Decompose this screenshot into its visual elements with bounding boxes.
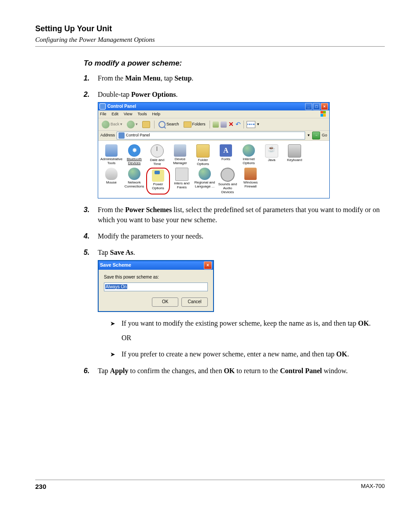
menu-tools[interactable]: Tools <box>137 111 147 117</box>
power-options-icon <box>152 169 164 182</box>
menu-help[interactable]: Help <box>152 111 160 117</box>
bullet-modify: ➤If you want to modify the existing powe… <box>110 318 385 343</box>
cp-item-power-options[interactable]: Power Options <box>146 168 170 194</box>
minimize-button[interactable]: _ <box>305 103 312 110</box>
forward-button[interactable]: ▾ <box>125 120 139 129</box>
views-button[interactable] <box>247 121 255 128</box>
back-button[interactable]: Back ▾ <box>100 120 124 129</box>
clock-icon <box>151 144 164 158</box>
titlebar[interactable]: Control Panel _ □ × <box>98 103 329 110</box>
folders-icon <box>184 121 192 128</box>
network-icon <box>128 168 140 180</box>
save-scheme-dialog: Save Scheme × Save this power scheme as:… <box>98 260 214 312</box>
step-5: 5.Tap Save As. Save Scheme × Save this p… <box>84 247 385 359</box>
or-text: OR <box>122 333 385 343</box>
ok-button[interactable]: OK <box>152 297 178 307</box>
cp-item-keyboard[interactable]: Keyboard <box>284 144 306 166</box>
folder-up-icon <box>142 121 150 128</box>
copy-to-icon[interactable] <box>221 121 227 128</box>
mouse-icon <box>105 168 118 180</box>
maximize-button[interactable]: □ <box>313 103 320 110</box>
cp-item-sounds[interactable]: Sounds and Audio Devices <box>217 168 239 194</box>
bullet-create: ➤If you prefer to create a new power sch… <box>110 349 385 359</box>
up-button[interactable] <box>141 121 151 128</box>
cp-item-firewall[interactable]: Windows Firewall <box>239 168 262 194</box>
cp-item-regional[interactable]: Regional and Language ... <box>194 168 216 194</box>
menu-view[interactable]: View <box>124 111 132 117</box>
java-icon <box>265 144 278 158</box>
page-footer: 230 MAX-700 <box>35 477 385 490</box>
step-number: 6. <box>84 366 89 376</box>
instruction-title: To modify a power scheme: <box>84 59 385 68</box>
go-button[interactable]: → <box>312 132 320 139</box>
control-panel-icon <box>118 132 125 139</box>
go-label: Go <box>322 132 327 138</box>
delete-icon[interactable]: ✕ <box>228 120 234 128</box>
window-title: Control Panel <box>107 103 305 110</box>
model-number: MAX-700 <box>361 483 385 490</box>
step-3: 3.From the Power Schemes list, select th… <box>84 205 385 225</box>
regional-icon <box>199 168 211 180</box>
control-panel-body: Administrative Tools ⁕Bluetooth Devices … <box>98 141 329 198</box>
dialog-titlebar[interactable]: Save Scheme × <box>99 261 213 270</box>
menu-file[interactable]: File <box>100 111 107 117</box>
step-2: 2.Double-tap Power Options. Control Pane… <box>84 89 385 198</box>
chapter-subtitle: Configuring the Power Management Options <box>35 36 385 44</box>
printer-icon <box>175 168 188 181</box>
cp-item-fonts[interactable]: AFonts <box>215 144 237 166</box>
step-4: 4.Modify the parameters to your needs. <box>84 231 385 241</box>
page-number: 230 <box>35 483 46 490</box>
step-number: 4. <box>84 231 89 241</box>
menu-edit[interactable]: Edit <box>112 111 119 117</box>
step-number: 2. <box>84 89 89 99</box>
cp-item-date-time[interactable]: Date and Time <box>146 144 168 166</box>
arrow-icon: ➤ <box>110 350 115 359</box>
address-bar: Address Control Panel ▼ → Go <box>98 131 329 141</box>
toolbar: Back ▾ ▾ Search Folders ✕ ↶ ▾ <box>98 118 329 130</box>
search-button[interactable]: Search <box>157 121 181 128</box>
dialog-label: Save this power scheme as: <box>104 274 208 281</box>
cp-item-network[interactable]: Network Connections <box>123 168 145 194</box>
step-1: 1.From the Main Menu, tap Setup. <box>84 73 385 83</box>
search-icon <box>158 121 166 128</box>
step-number: 1. <box>84 73 89 83</box>
globe-icon <box>243 144 255 157</box>
menubar: File Edit View Tools Help <box>98 110 329 118</box>
cp-item-device-manager[interactable]: Device Manager <box>169 144 191 166</box>
page-header: Setting Up Your Unit Configuring the Pow… <box>35 24 385 47</box>
cp-item-printers[interactable]: inters and Faxes <box>171 168 193 194</box>
back-icon <box>102 121 110 128</box>
cp-item-bluetooth[interactable]: ⁕Bluetooth Devices <box>123 144 145 166</box>
move-to-icon[interactable] <box>213 121 219 128</box>
control-panel-window: Control Panel _ □ × File Edit View Tools… <box>98 102 330 198</box>
step-6: 6.Tap Apply to confirm the changes, and … <box>84 366 385 376</box>
keyboard-icon <box>288 144 301 158</box>
cp-item-mouse[interactable]: Mouse <box>100 168 122 194</box>
cp-item-java[interactable]: Java <box>261 144 283 166</box>
undo-icon[interactable]: ↶ <box>236 120 241 128</box>
cancel-button[interactable]: Cancel <box>181 297 208 307</box>
cp-item-admin-tools[interactable]: Administrative Tools <box>100 144 122 166</box>
cp-item-internet-options[interactable]: Internet Options <box>238 144 260 166</box>
step-number: 3. <box>84 205 89 215</box>
header-rule <box>35 46 385 47</box>
admin-tools-icon <box>105 144 118 157</box>
speaker-icon <box>221 168 235 182</box>
cp-item-folder-options[interactable]: Folder Options <box>192 144 214 166</box>
bluetooth-icon: ⁕ <box>128 144 140 157</box>
address-label: Address <box>100 132 115 138</box>
address-input[interactable]: Control Panel <box>117 132 305 139</box>
scheme-name-input[interactable]: Always On <box>104 283 208 292</box>
dialog-title: Save Scheme <box>100 262 204 269</box>
chapter-title: Setting Up Your Unit <box>35 24 385 33</box>
device-manager-icon <box>174 144 186 157</box>
dialog-close-button[interactable]: × <box>204 261 212 269</box>
fonts-icon: A <box>220 144 232 157</box>
forward-icon <box>127 121 135 128</box>
folders-button[interactable]: Folders <box>182 121 207 128</box>
step-number: 5. <box>84 247 89 257</box>
close-button[interactable]: × <box>321 103 328 110</box>
folder-options-icon <box>196 144 210 158</box>
firewall-icon <box>244 168 257 180</box>
arrow-icon: ➤ <box>110 319 115 328</box>
